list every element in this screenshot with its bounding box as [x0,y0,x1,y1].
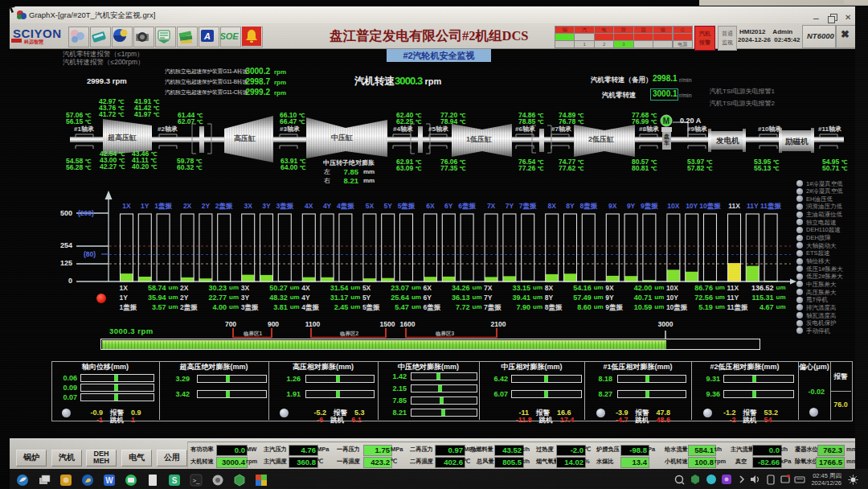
svg-text:W: W [105,476,113,485]
svg-text:S: S [172,476,178,485]
svg-text:>_: >_ [192,477,200,484]
